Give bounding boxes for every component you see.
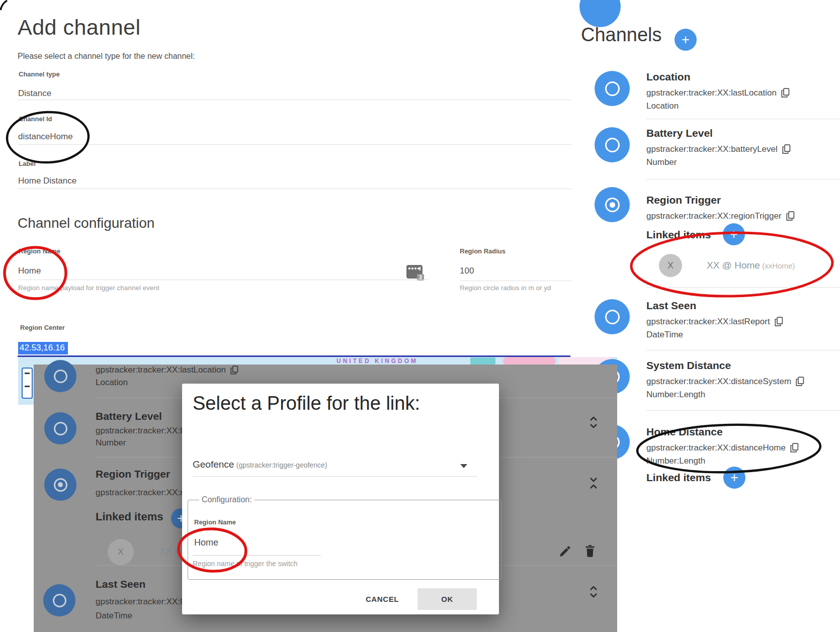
trigger-channel-icon (605, 198, 620, 212)
channel-id: gpstracker:tracker:XX:lastLocation (646, 86, 777, 99)
channel-avatar-region-trigger (595, 187, 630, 222)
map-strip: UNITED KINGDOM (18, 357, 617, 365)
region-center-input[interactable]: 42.53,16.16 (18, 342, 68, 354)
ok-button[interactable]: OK (417, 588, 477, 610)
edit-link-button[interactable] (558, 545, 570, 558)
channel-row-region-trigger[interactable]: Region Trigger gpstracker:tracker:XX:reg… (646, 194, 840, 222)
region-name-helper: Region name payload for trigger channel … (18, 284, 159, 292)
cancel-button[interactable]: CANCEL (355, 588, 410, 610)
channel-type: Location (646, 100, 840, 112)
profile-select-detail: (gpstracker:trigger-geofence) (236, 461, 327, 469)
dim-channel-title: Last Seen (96, 578, 145, 590)
region-radius-helper: Region circle radius in m or yd (460, 284, 572, 292)
copy-icon[interactable] (781, 88, 790, 98)
map-feature-teal (470, 357, 495, 365)
selected-text: 42.53,16.16 (18, 342, 68, 354)
dialog-title: Select a Profile for the link: (193, 393, 420, 414)
label-label: Label (19, 160, 36, 167)
unfold-more-icon[interactable] (589, 585, 599, 598)
channel-row-home-distance[interactable]: Home Distance gpstracker:tracker:XX:dist… (646, 425, 840, 467)
dim-channel-avatar-battery (44, 412, 76, 444)
state-channel-icon (605, 138, 620, 152)
chevron-down-icon (460, 464, 467, 468)
delete-link-button[interactable] (584, 545, 596, 558)
channel-row-location[interactable]: Location gpstracker:tracker:XX:lastLocat… (646, 70, 840, 112)
map-country-label: UNITED KINGDOM (282, 357, 473, 365)
modal-region-name-helper: Region name to trigger the switch (193, 560, 298, 568)
intro-text: Please select a channel type for the new… (18, 52, 195, 61)
add-link-button[interactable]: + (723, 223, 745, 245)
channel-title: Home Distance (646, 425, 840, 438)
label-input[interactable]: Home Distance (18, 176, 76, 186)
profile-select-value: Geofence (193, 459, 234, 470)
channels-panel-title: Channels (581, 24, 662, 46)
channel-row-last-seen[interactable]: Last Seen gpstracker:tracker:XX:lastRepo… (646, 299, 840, 341)
trash-icon (584, 545, 596, 558)
copy-icon[interactable] (786, 211, 795, 221)
map-feature-pink (503, 357, 556, 365)
linked-items-label: Linked items (646, 229, 711, 241)
linked-items-label: Linked items (646, 472, 711, 484)
map-fragment (18, 357, 34, 405)
channel-avatar-last-seen (595, 299, 630, 334)
region-center-label: Region Center (20, 324, 65, 331)
copy-icon[interactable] (796, 377, 804, 386)
region-name-input[interactable]: Home (18, 266, 41, 276)
channel-avatar-battery (595, 127, 630, 162)
channel-id: gpstracker:tracker:XX:regionTrigger (646, 210, 782, 222)
channel-type-input[interactable]: Distance (18, 88, 51, 99)
profile-dialog: Select a Profile for the link: Geofence … (182, 384, 499, 614)
dim-channel-avatar-region-trigger (44, 469, 76, 501)
label-underline (18, 189, 572, 189)
pencil-icon (558, 545, 570, 558)
unfold-more-icon[interactable] (589, 416, 599, 429)
channel-id: gpstracker:tracker:XX:batteryLevel (646, 143, 778, 155)
channel-type: DateTime (646, 328, 840, 341)
linked-item-row[interactable]: XX @ Home (xxHome) (707, 260, 795, 271)
channel-title: Location (646, 70, 840, 83)
linked-item-ref: (xxHome) (762, 261, 795, 270)
state-channel-icon (605, 310, 620, 324)
corner-mark (1, 1, 7, 10)
screen: Add channel Please select a channel type… (0, 0, 840, 632)
input-extension-icon[interactable]: 3 (406, 265, 423, 279)
channel-id: gpstracker:tracker:XX:distanceSystem (646, 375, 791, 388)
partial-avatar-top (579, 0, 621, 27)
configuration-legend: Configuration: (199, 495, 255, 504)
channel-type-label: Channel type (19, 70, 60, 78)
copy-icon[interactable] (790, 443, 799, 453)
add-link-button[interactable]: + (723, 467, 745, 489)
copy-icon[interactable] (782, 144, 791, 154)
page-title: Add channel (18, 15, 141, 40)
channel-id-input[interactable]: distanceHome (18, 132, 73, 142)
dim-channel-avatar-last-seen (43, 584, 75, 616)
region-radius-label: Region Radius (460, 247, 506, 255)
copy-icon (230, 366, 238, 375)
profile-select[interactable]: Geofence (gpstracker:trigger-geofence) (193, 459, 477, 470)
channel-id-label: Channel Id (19, 115, 52, 123)
dim-linked-items-label: Linked items (96, 511, 163, 523)
channel-row-battery[interactable]: Battery Level gpstracker:tracker:XX:batt… (646, 127, 840, 168)
unfold-less-icon[interactable] (589, 477, 599, 490)
channel-title: Battery Level (646, 127, 840, 139)
linked-item-avatar: X (659, 254, 682, 277)
copy-icon[interactable] (775, 317, 783, 326)
channel-type-underline (18, 100, 572, 100)
map-zoom-control[interactable] (22, 368, 33, 399)
region-radius-input[interactable]: 100 (460, 266, 474, 276)
channel-id: gpstracker:tracker:XX:lastReport (646, 315, 770, 328)
dim-channel-title: Region Trigger (96, 468, 170, 480)
region-name-label: Region Name (19, 247, 60, 255)
configuration-fieldset: Configuration: Region Name Home Region n… (188, 495, 501, 580)
region-name-underline (18, 280, 429, 280)
linked-item-name: XX @ Home (707, 260, 760, 270)
dim-channel-title: Battery Level (96, 410, 162, 422)
channel-type: Number:Length (646, 455, 840, 467)
dim-channel-type: DateTime (96, 610, 132, 621)
channel-row-system-distance[interactable]: System Distance gpstracker:tracker:XX:di… (646, 359, 840, 401)
add-channel-button[interactable]: + (675, 29, 697, 51)
region-radius-underline (460, 281, 572, 281)
modal-region-name-label: Region Name (194, 518, 236, 526)
modal-region-name-input[interactable]: Home (194, 537, 218, 548)
channel-avatar-location (595, 71, 630, 106)
